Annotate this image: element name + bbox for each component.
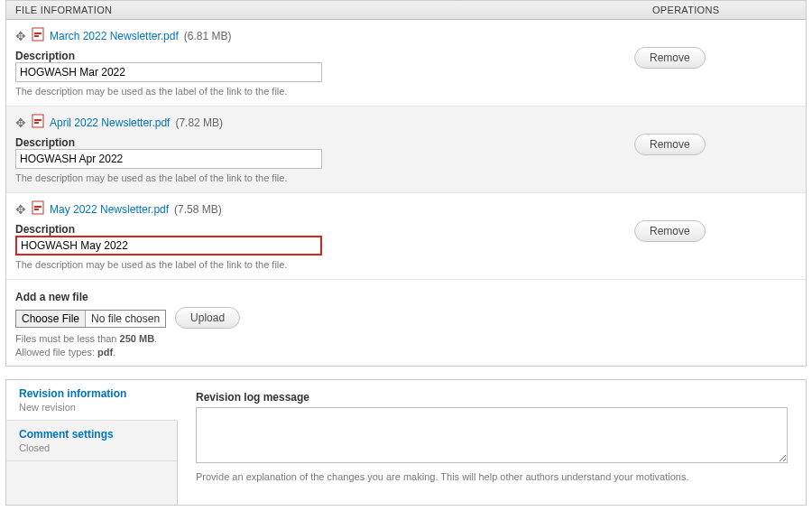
- revision-log-textarea[interactable]: [196, 407, 788, 463]
- file-row: ✥March 2022 Newsletter.pdf (6.81 MB)Desc…: [6, 20, 806, 107]
- col-file-info: FILE INFORMATION: [6, 1, 643, 19]
- vertical-tab[interactable]: Comment settingsClosed: [6, 421, 177, 461]
- svg-rect-2: [34, 35, 39, 37]
- chosen-file-text: No file chosen: [86, 311, 165, 327]
- description-label: Description: [15, 50, 634, 62]
- description-hint: The description may be used as the label…: [15, 259, 634, 270]
- vertical-tabs-panel: Revision informationNew revisionComment …: [5, 379, 807, 506]
- table-header: FILE INFORMATION OPERATIONS: [6, 1, 806, 20]
- revision-log-hint: Provide an explanation of the changes yo…: [196, 471, 788, 482]
- file-row: ✥April 2022 Newsletter.pdf (7.82 MB)Desc…: [6, 107, 806, 193]
- pdf-icon: [32, 200, 44, 218]
- file-link[interactable]: April 2022 Newsletter.pdf: [50, 116, 170, 129]
- file-table: FILE INFORMATION OPERATIONS ✥March 2022 …: [5, 0, 807, 367]
- remove-button[interactable]: Remove: [634, 220, 706, 242]
- description-input[interactable]: [15, 236, 322, 256]
- file-size: (7.58 MB): [174, 203, 222, 216]
- file-row: ✥May 2022 Newsletter.pdf (7.58 MB)Descri…: [6, 193, 806, 280]
- tab-subtitle: Closed: [19, 442, 166, 453]
- tab-title: Comment settings: [19, 428, 166, 441]
- tab-title: Revision information: [19, 387, 166, 400]
- revision-log-label: Revision log message: [196, 391, 788, 404]
- pdf-icon: [32, 27, 44, 44]
- svg-rect-1: [34, 33, 42, 34]
- drag-handle-icon[interactable]: ✥: [15, 116, 26, 130]
- add-file-section: Add a new file Choose File No file chose…: [6, 280, 806, 366]
- svg-rect-5: [34, 122, 39, 124]
- vertical-tab[interactable]: Revision informationNew revision: [6, 380, 178, 421]
- file-link[interactable]: March 2022 Newsletter.pdf: [50, 30, 179, 42]
- remove-button[interactable]: Remove: [634, 47, 706, 69]
- file-link[interactable]: May 2022 Newsletter.pdf: [50, 203, 169, 216]
- drag-handle-icon[interactable]: ✥: [15, 202, 26, 217]
- add-file-label: Add a new file: [15, 291, 797, 303]
- drag-handle-icon[interactable]: ✥: [15, 29, 26, 43]
- file-size: (7.82 MB): [175, 116, 223, 129]
- svg-rect-7: [34, 206, 42, 208]
- form-actions: Save Delete: [0, 506, 812, 511]
- revision-tab-body: Revision log message Provide an explanat…: [178, 380, 806, 505]
- pdf-icon: [32, 114, 44, 131]
- description-label: Description: [15, 136, 634, 149]
- upload-button[interactable]: Upload: [175, 307, 240, 329]
- file-chooser[interactable]: Choose File No file chosen: [15, 310, 166, 328]
- tab-subtitle: New revision: [19, 402, 166, 413]
- svg-rect-8: [34, 209, 39, 210]
- file-constraints: Files must be less than 250 MB. Allowed …: [15, 332, 797, 360]
- description-input[interactable]: [15, 62, 322, 82]
- choose-file-button[interactable]: Choose File: [16, 311, 86, 327]
- description-label: Description: [15, 223, 634, 236]
- description-hint: The description may be used as the label…: [15, 172, 634, 183]
- description-input[interactable]: [15, 149, 322, 169]
- vertical-tabs: Revision informationNew revisionComment …: [6, 380, 178, 505]
- col-operations: OPERATIONS: [643, 1, 806, 19]
- file-size: (6.81 MB): [184, 30, 232, 42]
- remove-button[interactable]: Remove: [634, 134, 706, 155]
- svg-rect-4: [34, 119, 42, 121]
- description-hint: The description may be used as the label…: [15, 86, 634, 97]
